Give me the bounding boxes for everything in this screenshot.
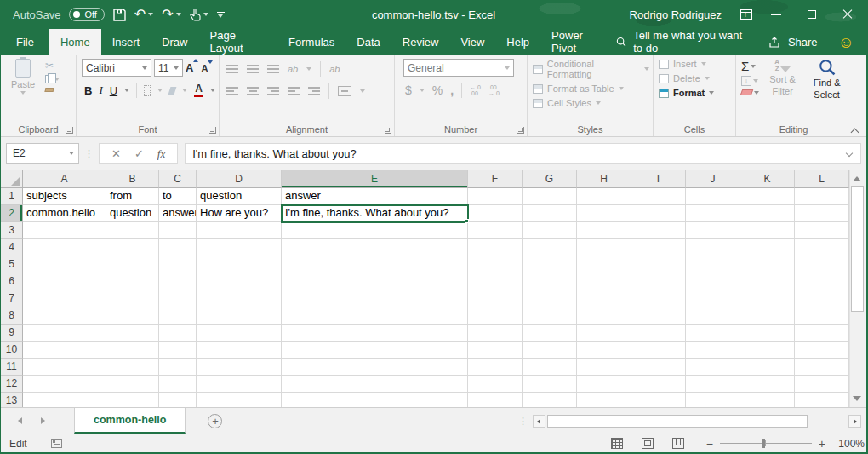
font-name-combo[interactable]: Calibri (82, 59, 151, 77)
tab-formulas[interactable]: Formulas (277, 29, 345, 55)
cell-J10[interactable] (686, 342, 740, 359)
cell-I13[interactable] (631, 393, 686, 407)
cell-H2[interactable] (577, 205, 631, 222)
cell-K4[interactable] (740, 239, 795, 256)
accounting-format-button[interactable]: $ (405, 83, 412, 97)
align-center-button[interactable] (247, 87, 259, 95)
cell-K6[interactable] (740, 273, 795, 290)
row-header-4[interactable]: 4 (1, 239, 23, 256)
cell-A5[interactable] (23, 256, 106, 273)
zoom-level[interactable]: 100% (834, 438, 866, 450)
tab-review[interactable]: Review (391, 29, 450, 55)
cell-C10[interactable] (159, 342, 197, 359)
cell-J1[interactable] (686, 188, 740, 205)
cell-E7[interactable] (282, 290, 468, 307)
format-as-table-button[interactable]: Format as Table (533, 83, 649, 94)
cell-L12[interactable] (795, 376, 849, 393)
cell-J12[interactable] (686, 376, 740, 393)
cell-H10[interactable] (577, 342, 631, 359)
insert-cells-button[interactable]: Insert (659, 59, 732, 69)
cell-H7[interactable] (577, 290, 631, 307)
align-left-button[interactable] (226, 87, 238, 95)
row-header-12[interactable]: 12 (1, 376, 23, 393)
cell-G4[interactable] (523, 239, 577, 256)
tab-data[interactable]: Data (345, 29, 391, 55)
cell-F10[interactable] (468, 342, 523, 359)
cell-J8[interactable] (686, 307, 740, 325)
cell-K12[interactable] (740, 376, 795, 393)
select-all-button[interactable] (1, 170, 23, 188)
shrink-font-button[interactable]: A (201, 63, 213, 73)
scroll-left-icon[interactable] (533, 415, 545, 428)
cell-I6[interactable] (631, 273, 686, 290)
maximize-button[interactable] (807, 9, 817, 20)
wrap-text-button[interactable]: ab (329, 64, 340, 74)
cell-H5[interactable] (577, 256, 631, 273)
format-cells-button[interactable]: Format (659, 88, 732, 98)
tab-view[interactable]: View (449, 29, 495, 55)
cell-B2[interactable]: question (106, 205, 159, 222)
cell-I8[interactable] (631, 307, 686, 325)
cell-E9[interactable] (282, 325, 468, 342)
zoom-out-button[interactable]: − (706, 438, 713, 450)
cell-C4[interactable] (159, 239, 197, 256)
vertical-scrollbar[interactable] (849, 170, 865, 407)
cell-B4[interactable] (106, 239, 159, 256)
normal-view-button[interactable] (611, 438, 623, 449)
name-box[interactable]: E2 (6, 143, 79, 164)
bottom-align-button[interactable] (267, 65, 279, 73)
cell-G12[interactable] (523, 376, 577, 393)
cell-A1[interactable]: subjects (23, 188, 106, 205)
minimize-button[interactable] (771, 9, 781, 20)
row-header-3[interactable]: 3 (1, 222, 23, 239)
font-dialog-launcher-icon[interactable] (209, 127, 216, 134)
ribbon-display-options-icon[interactable] (740, 9, 752, 20)
tell-me-search[interactable]: Tell me what you want to do (616, 29, 749, 55)
underline-button[interactable]: U (110, 84, 117, 97)
cell-L13[interactable] (795, 393, 849, 407)
row-header-5[interactable]: 5 (1, 256, 23, 273)
cell-D9[interactable] (197, 325, 282, 342)
cell-J11[interactable] (686, 359, 740, 376)
enter-button[interactable]: ✓ (134, 148, 144, 159)
cell-G10[interactable] (523, 342, 577, 359)
tab-draw[interactable]: Draw (151, 29, 198, 55)
increase-indent-button[interactable] (308, 87, 320, 95)
cell-K10[interactable] (740, 342, 795, 359)
column-header-l[interactable]: L (795, 170, 849, 188)
cell-C2[interactable]: answer (159, 205, 197, 222)
horizontal-scroll-thumb[interactable] (547, 415, 808, 428)
cell-J13[interactable] (686, 393, 740, 407)
cell-B12[interactable] (106, 376, 159, 393)
cell-I4[interactable] (631, 239, 686, 256)
align-right-button[interactable] (267, 87, 279, 95)
number-format-combo[interactable]: General (403, 59, 514, 77)
conditional-formatting-button[interactable]: Conditional Formatting (533, 59, 649, 79)
prev-sheet-icon[interactable] (18, 417, 22, 424)
paste-button[interactable]: Paste (6, 59, 40, 95)
page-break-view-button[interactable] (672, 438, 684, 449)
borders-button[interactable] (144, 85, 151, 96)
cell-L1[interactable] (795, 188, 849, 205)
cell-F5[interactable] (468, 256, 523, 273)
save-button[interactable] (113, 9, 126, 21)
clear-button[interactable] (741, 89, 759, 95)
cell-B9[interactable] (106, 325, 159, 342)
formula-input[interactable]: I'm fine, thanks. What about you? (185, 143, 861, 164)
tab-home[interactable]: Home (49, 29, 101, 55)
format-painter-button[interactable] (45, 88, 60, 92)
cell-A7[interactable] (23, 290, 106, 307)
zoom-slider-thumb[interactable] (762, 439, 765, 448)
cell-L4[interactable] (795, 239, 849, 256)
cell-K9[interactable] (740, 325, 795, 342)
fill-color-button[interactable] (168, 87, 177, 95)
cell-C13[interactable] (159, 393, 197, 407)
cell-K1[interactable] (740, 188, 795, 205)
cell-I12[interactable] (631, 376, 686, 393)
font-color-button[interactable]: A (194, 83, 203, 97)
page-layout-view-button[interactable] (642, 438, 654, 449)
row-header-9[interactable]: 9 (1, 325, 23, 342)
cell-D1[interactable]: question (197, 188, 282, 205)
next-sheet-icon[interactable] (41, 417, 45, 424)
cell-E8[interactable] (282, 307, 468, 325)
